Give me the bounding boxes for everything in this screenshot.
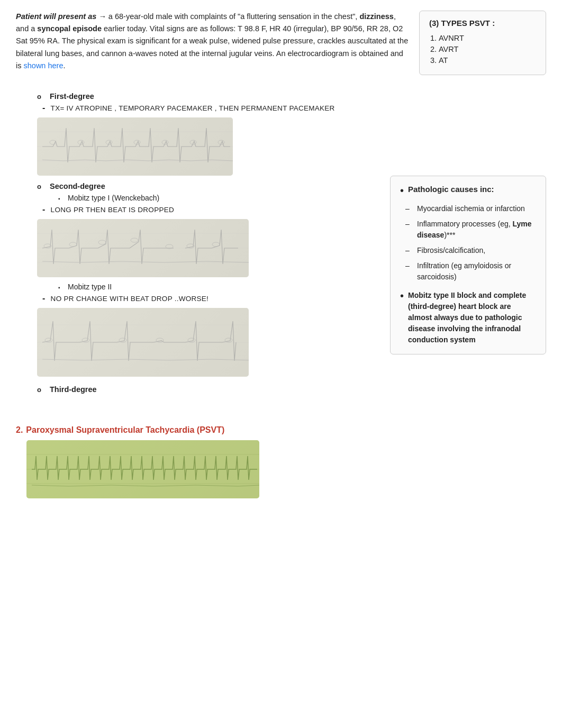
- mobitz-complete-note: • Mobitz type II block and complete (thi…: [400, 290, 536, 345]
- pathologic-title: Pathologic causes inc:: [408, 185, 494, 194]
- lyme-disease-bold: Lyme disease: [417, 220, 532, 239]
- second-degree-label: Second-degree: [50, 182, 105, 190]
- path-item-3: – Fibrosis/calcification,: [405, 245, 536, 256]
- path-item-3-text: Fibrosis/calcification,: [417, 245, 485, 256]
- ecg-image-psvt: [26, 440, 259, 498]
- pathologic-dot: •: [400, 185, 404, 199]
- psvt-list: AVNRT AVRT AT: [439, 34, 536, 65]
- right-column: • Pathologic causes inc: – Myocardial is…: [390, 86, 546, 504]
- first-degree-treatment: - TX= IV ATROPINE , TEMPORARY PACEMAKER …: [42, 104, 379, 112]
- dash-icon-second1: -: [42, 205, 46, 214]
- path-item-1-text: Myocardial ischemia or infarction: [417, 203, 525, 214]
- square-bullet-1: ▪: [58, 196, 64, 202]
- path-item-1: – Myocardial ischemia or infarction: [405, 203, 536, 214]
- path-item-2: – Inflammatory processes (eg, Lyme disea…: [405, 219, 536, 241]
- second-degree-note1: - LONG PR THEN BEAT IS DROPPED: [42, 205, 379, 214]
- second-note1-text: LONG PR THEN BEAT IS DROPPED: [51, 206, 174, 214]
- first-degree-heading: o First-degree: [37, 92, 379, 101]
- path-item-2-text: Inflammatory processes (eg, Lyme disease…: [417, 219, 536, 241]
- syncopal-bold: syncopal episode: [37, 24, 102, 33]
- pathologic-box: • Pathologic causes inc: – Myocardial is…: [390, 176, 546, 354]
- patient-intro-text: a 68-year-old male with complaints of "a…: [106, 12, 360, 21]
- section2-number: 2.: [16, 425, 23, 435]
- third-degree-label: Third-degree: [50, 385, 97, 394]
- o-marker-third: o: [37, 386, 44, 394]
- mobitz1-text: Mobitz type I (Wenckebach): [68, 194, 159, 202]
- pathologic-title-row: • Pathologic causes inc:: [400, 185, 536, 199]
- left-column: o First-degree - TX= IV ATROPINE , TEMPO…: [16, 86, 379, 504]
- o-marker-second: o: [37, 183, 44, 190]
- psvt-item-2: AVRT: [439, 45, 536, 53]
- mobitz2-bullet: ▪ Mobitz type II: [58, 283, 379, 291]
- pathologic-sub-list: – Myocardial ischemia or infarction – In…: [405, 203, 536, 283]
- second-degree-heading: o Second-degree: [37, 182, 379, 190]
- psvt-item-3: AT: [439, 56, 536, 65]
- em-dash-3: –: [405, 245, 413, 256]
- dash-icon-second2: -: [42, 294, 46, 303]
- em-dash-1: –: [405, 203, 413, 214]
- em-dash-4: –: [405, 260, 413, 271]
- patient-intro-italic-bold: Patient will present as →: [16, 12, 106, 21]
- section2-label: Paroxysmal Supraventricular Tachycardia …: [26, 425, 224, 435]
- ecg-image-mobitz2: [37, 308, 249, 377]
- path-item-4-text: Infiltration (eg amyloidosis or sarcoido…: [417, 260, 536, 283]
- psvt-types-box: (3) TYPES PSVT : AVNRT AVRT AT: [419, 11, 546, 75]
- psvt-box-title: (3) TYPES PSVT :: [429, 19, 536, 28]
- shown-here-link[interactable]: shown here: [24, 61, 64, 70]
- o-marker-first: o: [37, 93, 44, 101]
- first-degree-tx-text: TX= IV ATROPINE , TEMPORARY PACEMAKER , …: [51, 104, 335, 112]
- mobitz1-bullet: ▪ Mobitz type I (Wenckebach): [58, 194, 379, 202]
- mobitz-note-text: Mobitz type II block and complete (third…: [408, 290, 536, 345]
- dizziness-bold: dizziness: [359, 12, 393, 21]
- mobitz-note-dot: •: [400, 290, 404, 345]
- mobitz2-text: Mobitz type II: [68, 283, 112, 291]
- patient-description: Patient will present as → a 68-year-old …: [16, 11, 409, 75]
- em-dash-2: –: [405, 219, 413, 230]
- psvt-item-1: AVNRT: [439, 34, 536, 42]
- ecg-image-first-degree: [37, 117, 233, 176]
- ecg-image-second-degree: [37, 219, 249, 277]
- dash-icon-first: -: [42, 104, 46, 112]
- third-degree-heading: o Third-degree: [37, 385, 379, 394]
- path-item-4: – Infiltration (eg amyloidosis or sarcoi…: [405, 260, 536, 283]
- end-period: .: [63, 61, 65, 70]
- square-bullet-2: ▪: [58, 285, 64, 290]
- second-note2-text: NO PR CHANGE WITH BEAT DROP ..WORSE!: [51, 295, 209, 303]
- section2-heading: 2. Paroxysmal Supraventricular Tachycard…: [16, 425, 379, 435]
- second-degree-note2: - NO PR CHANGE WITH BEAT DROP ..WORSE!: [42, 294, 379, 303]
- first-degree-label: First-degree: [50, 92, 94, 101]
